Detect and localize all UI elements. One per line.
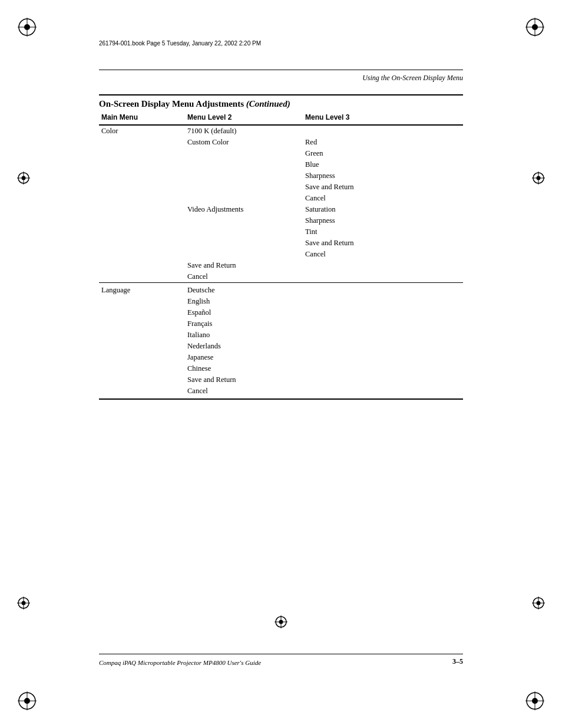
table-row: Chinese xyxy=(99,363,463,374)
cell-level2 xyxy=(187,170,305,182)
cell-main-menu xyxy=(99,363,187,374)
cell-level3: Cancel xyxy=(305,249,463,260)
cell-level2 xyxy=(187,226,305,238)
corner-mark-bl xyxy=(16,690,38,711)
cell-main-menu: Language xyxy=(99,283,187,297)
cell-main-menu: Color xyxy=(99,125,187,137)
cell-level3: Save and Return xyxy=(305,238,463,249)
table-row: Cancel xyxy=(99,193,463,204)
cell-level2: Cancel xyxy=(187,386,305,399)
table-row: Custom ColorRed xyxy=(99,137,463,148)
cell-level2: Italiano xyxy=(187,330,305,341)
table-row: Japanese xyxy=(99,352,463,363)
table-row: Nederlands xyxy=(99,341,463,352)
cell-level3: Cancel xyxy=(305,193,463,204)
table-row: Save and Return xyxy=(99,260,463,271)
cell-level2: Custom Color xyxy=(187,137,305,148)
cell-level3: Red xyxy=(305,137,463,148)
cell-main-menu xyxy=(99,352,187,363)
cell-level3: Sharpness xyxy=(305,170,463,182)
cell-level2: Español xyxy=(187,307,305,318)
cell-level2: Nederlands xyxy=(187,341,305,352)
header-rule xyxy=(99,70,463,70)
cell-main-menu xyxy=(99,386,187,399)
table-row: Green xyxy=(99,148,463,159)
cell-level3: Blue xyxy=(305,159,463,170)
cell-level3 xyxy=(305,386,463,399)
menu-table: Main Menu Menu Level 2 Menu Level 3 Colo… xyxy=(99,110,463,400)
side-mark-right-bottom xyxy=(531,596,546,610)
cell-level2 xyxy=(187,148,305,159)
cell-level3 xyxy=(305,352,463,363)
cell-main-menu xyxy=(99,249,187,260)
table-row: Cancel xyxy=(99,249,463,260)
cell-level3 xyxy=(305,271,463,283)
cell-level2: Save and Return xyxy=(187,374,305,386)
cell-level3: Tint xyxy=(305,226,463,238)
cell-main-menu xyxy=(99,182,187,193)
cell-level2: Cancel xyxy=(187,271,305,283)
cell-level3: Sharpness xyxy=(305,215,463,226)
table-row: Save and Return xyxy=(99,374,463,386)
table-row: Italiano xyxy=(99,330,463,341)
table-row: Save and Return xyxy=(99,238,463,249)
content-area: On-Screen Display Menu Adjustments (Cont… xyxy=(99,94,463,634)
col-header-main: Main Menu xyxy=(99,110,187,125)
col-header-level2: Menu Level 2 xyxy=(187,110,305,125)
cell-main-menu xyxy=(99,137,187,148)
side-mark-right-top xyxy=(531,171,546,185)
cell-level3: Green xyxy=(305,148,463,159)
cell-level2: Français xyxy=(187,318,305,330)
table-row: Color7100 K (default) xyxy=(99,125,463,137)
cell-main-menu xyxy=(99,215,187,226)
table-row: Cancel xyxy=(99,386,463,399)
corner-mark-tl xyxy=(16,17,38,38)
cell-level2: Japanese xyxy=(187,352,305,363)
cell-level2 xyxy=(187,193,305,204)
col-header-level3: Menu Level 3 xyxy=(305,110,463,125)
table-row: LanguageDeutsche xyxy=(99,283,463,297)
section-heading: On-Screen Display Menu Adjustments (Cont… xyxy=(99,99,290,108)
table-row: Blue xyxy=(99,159,463,170)
cell-level3 xyxy=(305,341,463,352)
cell-main-menu xyxy=(99,374,187,386)
corner-mark-tr xyxy=(524,17,546,38)
table-row: Video AdjustmentsSaturation xyxy=(99,204,463,215)
footer-right-text: 3–5 xyxy=(452,657,463,666)
cell-main-menu xyxy=(99,341,187,352)
cell-level2 xyxy=(187,182,305,193)
footer-left-text: Compaq iPAQ Microportable Projector MP48… xyxy=(99,659,261,666)
cell-main-menu xyxy=(99,204,187,215)
side-mark-left-top xyxy=(16,171,31,185)
cell-level3: Saturation xyxy=(305,204,463,215)
cell-level3 xyxy=(305,374,463,386)
cell-level2 xyxy=(187,215,305,226)
corner-mark-br xyxy=(524,690,546,711)
cell-level2: 7100 K (default) xyxy=(187,125,305,137)
table-row: Sharpness xyxy=(99,170,463,182)
cell-main-menu xyxy=(99,193,187,204)
table-row: Français xyxy=(99,318,463,330)
cell-level2: English xyxy=(187,296,305,307)
cell-main-menu xyxy=(99,226,187,238)
cell-main-menu xyxy=(99,148,187,159)
cell-level3 xyxy=(305,296,463,307)
cell-level2 xyxy=(187,159,305,170)
cell-main-menu xyxy=(99,238,187,249)
cell-level3 xyxy=(305,125,463,137)
cell-level3 xyxy=(305,283,463,297)
side-mark-left-bottom xyxy=(16,596,31,610)
cell-level2 xyxy=(187,249,305,260)
cell-main-menu xyxy=(99,318,187,330)
cell-main-menu xyxy=(99,296,187,307)
footer-rule xyxy=(99,654,463,654)
cell-main-menu xyxy=(99,170,187,182)
cell-level3 xyxy=(305,260,463,271)
cell-level2: Video Adjustments xyxy=(187,204,305,215)
cell-level3: Save and Return xyxy=(305,182,463,193)
cell-main-menu xyxy=(99,330,187,341)
table-row: Tint xyxy=(99,226,463,238)
cell-level2: Save and Return xyxy=(187,260,305,271)
print-info: 261794-001.book Page 5 Tuesday, January … xyxy=(99,40,261,47)
cell-main-menu xyxy=(99,307,187,318)
